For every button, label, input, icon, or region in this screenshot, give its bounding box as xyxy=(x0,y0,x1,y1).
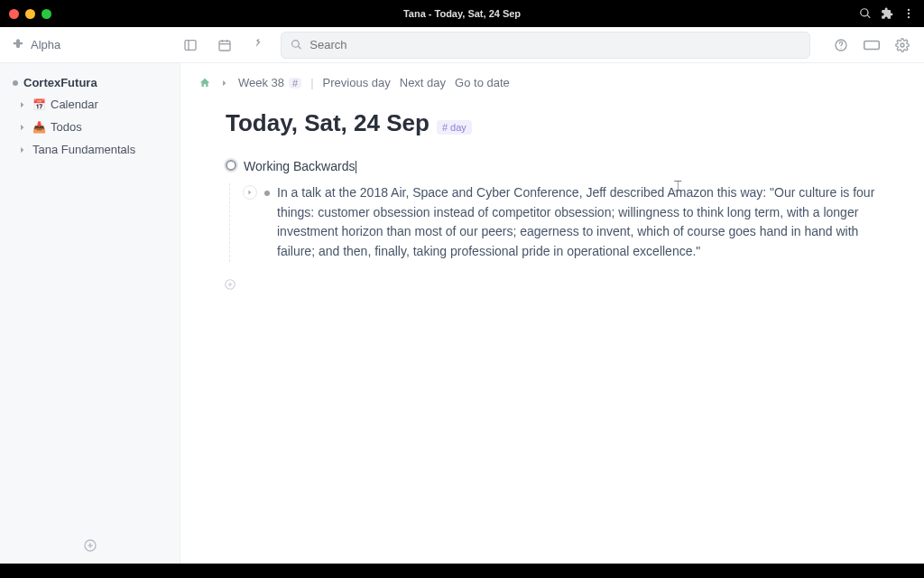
chevron-right-icon xyxy=(220,79,229,88)
quick-capture-icon[interactable] xyxy=(246,33,272,58)
sidebar-item-calendar[interactable]: 📅 Calendar xyxy=(7,93,172,116)
close-window-button[interactable] xyxy=(9,9,19,19)
tana-logo-icon xyxy=(11,38,25,52)
hash-tag: # xyxy=(289,78,301,89)
traffic-lights xyxy=(9,9,51,19)
help-icon[interactable] xyxy=(828,33,854,58)
calendar-icon[interactable] xyxy=(212,33,237,58)
calendar-emoji-icon: 📅 xyxy=(32,98,45,111)
window-title: Tana - Today, Sat, 24 Sep xyxy=(0,8,924,19)
zoom-icon[interactable] xyxy=(859,7,872,20)
breadcrumb: Week 38 # | Previous day Next day Go to … xyxy=(199,76,899,89)
page-title-text[interactable]: Today, Sat, 24 Sep xyxy=(226,109,430,137)
sidebar-item-todos[interactable]: 📥 Todos xyxy=(7,116,172,138)
svg-point-10 xyxy=(840,47,841,48)
app-chrome: Alpha xyxy=(0,27,924,564)
day-tag[interactable]: # day xyxy=(437,120,472,135)
node-bullet-icon[interactable] xyxy=(226,160,236,171)
page-title: Today, Sat, 24 Sep # day xyxy=(226,109,899,137)
go-to-date-link[interactable]: Go to date xyxy=(455,76,510,89)
extensions-icon[interactable] xyxy=(881,7,893,20)
outline-node[interactable]: Working Backwards xyxy=(226,157,899,176)
next-day-link[interactable]: Next day xyxy=(400,76,446,89)
sidebar-item-label: Calendar xyxy=(51,98,98,111)
home-crumb[interactable] xyxy=(199,77,211,89)
outline: Working Backwards In a talk at the 2018 … xyxy=(226,157,899,294)
svg-point-2 xyxy=(908,16,910,18)
svg-rect-5 xyxy=(219,41,230,51)
previous-day-link[interactable]: Previous day xyxy=(323,76,391,89)
fullscreen-window-button[interactable] xyxy=(42,9,51,19)
svg-rect-11 xyxy=(864,41,880,49)
week-label: Week 38 xyxy=(238,76,284,89)
overflow-menu-icon[interactable] xyxy=(902,7,915,20)
search-input[interactable] xyxy=(310,38,800,51)
inbox-emoji-icon: 📥 xyxy=(32,121,45,134)
minimize-window-button[interactable] xyxy=(25,9,35,19)
sidebar: CortexFutura 📅 Calendar 📥 Todos Tana Fun… xyxy=(0,63,180,564)
chevron-right-icon xyxy=(18,123,27,132)
bullet-icon xyxy=(13,80,18,86)
outline-child-node[interactable]: In a talk at the 2018 Air, Space and Cyb… xyxy=(229,183,899,262)
sidebar-item-label: Tana Fundamentals xyxy=(32,143,135,156)
workspace-name: Alpha xyxy=(31,38,60,51)
sidebar-item-label: Todos xyxy=(51,120,82,134)
keyboard-icon[interactable] xyxy=(859,33,884,58)
sidebar-toggle-icon[interactable] xyxy=(178,33,203,58)
app-toolbar: Alpha xyxy=(0,27,924,63)
svg-point-1 xyxy=(908,13,910,14)
breadcrumb-separator: | xyxy=(310,76,313,89)
search-icon xyxy=(291,39,302,51)
sidebar-workspace-title[interactable]: CortexFutura xyxy=(7,72,172,93)
sidebar-title-label: CortexFutura xyxy=(23,76,97,89)
window-titlebar: Tana - Today, Sat, 24 Sep xyxy=(0,0,924,27)
expand-toggle[interactable] xyxy=(243,185,257,200)
chevron-right-icon xyxy=(18,145,27,154)
home-icon xyxy=(199,77,211,89)
add-node-button[interactable] xyxy=(224,278,899,294)
svg-point-12 xyxy=(901,43,904,47)
settings-icon[interactable] xyxy=(890,33,915,58)
svg-rect-3 xyxy=(185,40,196,50)
add-sidebar-item-button[interactable] xyxy=(83,538,97,556)
search-box[interactable] xyxy=(281,32,810,59)
window-footer xyxy=(0,564,924,578)
sidebar-item-fundamentals[interactable]: Tana Fundamentals xyxy=(7,138,172,161)
chevron-right-icon xyxy=(246,189,254,196)
text-cursor xyxy=(356,161,356,173)
workspace-switcher[interactable]: Alpha xyxy=(11,38,60,52)
node-text[interactable]: Working Backwards xyxy=(244,157,356,176)
main-pane: Week 38 # | Previous day Next day Go to … xyxy=(180,63,924,564)
chevron-right-icon xyxy=(18,100,27,109)
svg-point-0 xyxy=(908,9,910,11)
node-bullet-icon[interactable] xyxy=(264,191,270,196)
week-crumb[interactable]: Week 38 # xyxy=(238,76,301,89)
child-node-text[interactable]: In a talk at the 2018 Air, Space and Cyb… xyxy=(277,183,899,262)
